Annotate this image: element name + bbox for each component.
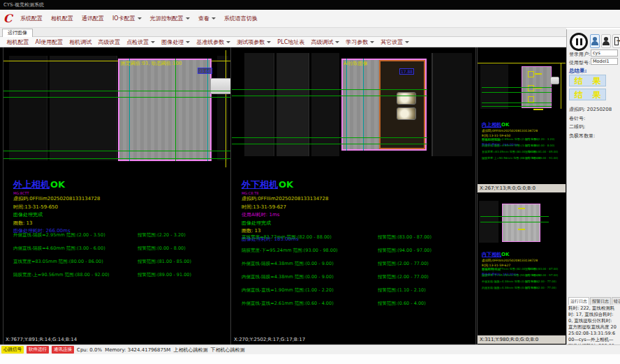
camera-view-inner-top[interactable]: 内上相机OK 虚拟码:0FFIIim20250208133134728 时间:1… bbox=[477, 47, 566, 193]
alarm-range: 报警范围:(0.00 - 8.00) bbox=[525, 144, 554, 147]
clamp-part bbox=[550, 77, 559, 84]
camera-result-ok: OK bbox=[501, 122, 509, 128]
menu-comm-config[interactable]: 通讯配置 bbox=[78, 15, 108, 22]
measure-line-green bbox=[482, 87, 552, 88]
alarm-range: 报警范围:(81.00 - 85.00) bbox=[138, 259, 191, 265]
result-box-1: 结 果 bbox=[569, 75, 606, 86]
menu-io-config[interactable]: IO卡配置 bbox=[108, 15, 146, 22]
measure-line-green bbox=[232, 89, 427, 90]
measure-row: 隔膜宽度-上=90.56mm 范围:(88.00 - 92.00) 报警范围:(… bbox=[482, 156, 541, 160]
camera-info-block: 内下相机OK 虚拟码:0FFIIim20250208133134728 时间:1… bbox=[482, 245, 538, 277]
alarm-range: 报警范围:(94.00 - 97.00) bbox=[378, 248, 431, 254]
neg-tab-count-label: 负极耳数量: bbox=[569, 132, 595, 139]
pixel-status-left: X:7677;Y:891;R:14;G:14;B:14 bbox=[3, 335, 230, 344]
measure-row: 隔膜宽度-下=95.24mm 范围:(93.00 - 98.00) 报警范围:(… bbox=[482, 273, 541, 277]
camera-view-outer-bottom[interactable]: AI拉取图像 17.88 外下相机OK MG:C8:T8 虚拟码:0FFIIim… bbox=[232, 47, 476, 344]
tool-camera-debug[interactable]: 相机调试 bbox=[66, 38, 95, 46]
alarm-range: 报警范围:(0.60 - 4.00) bbox=[378, 301, 426, 307]
camera-view-inner-bottom[interactable]: 内下相机OK 虚拟码:0FFIIim20250208133134728 时间:1… bbox=[477, 194, 566, 344]
tool-other-settings[interactable]: 其它设置 bbox=[378, 38, 413, 46]
user-icon bbox=[591, 35, 599, 47]
measure-marker-value: 17.88 bbox=[399, 68, 414, 75]
detected-feature bbox=[397, 107, 416, 120]
pause-button[interactable] bbox=[570, 33, 588, 51]
account-button[interactable] bbox=[601, 34, 611, 48]
tool-baseline-params[interactable]: 基准线参数 bbox=[193, 38, 234, 46]
measure-row: 直线宽度=83.05mm 范围:(80.00 - 86.00) 报警范围:(81… bbox=[482, 150, 537, 153]
measure-row: 内侧直线-隔膜=4.38mm 范围:(0.00 - 9.00) 报警范围:(2.… bbox=[242, 274, 334, 280]
measure-line-green bbox=[3, 158, 230, 159]
tool-test-params[interactable]: 测试项参数 bbox=[234, 38, 274, 46]
log-tab-strip: 运行日志 报警日志 错误日志 bbox=[568, 297, 620, 305]
camera-info-block: 内上相机OK 虚拟码:0FFIIim20250208133134728 时间:1… bbox=[482, 116, 538, 147]
virtual-code-label: 虚拟码: 20250208 bbox=[569, 106, 612, 113]
camera-view-outer-top[interactable]: 固定阈值:93, 动态阈值:100 23.66 外上相机OK MG:8CTT 虚… bbox=[3, 47, 231, 344]
logout-button[interactable] bbox=[612, 34, 620, 48]
log-tab-run[interactable]: 运行日志 bbox=[568, 297, 589, 305]
toolbar: 相机配置 AI使用配置 相机调试 高级设置 点检设置 图像处理 基准线参数 测试… bbox=[0, 37, 566, 47]
app-logo-icon: C bbox=[1, 12, 14, 25]
tool-image-processing[interactable]: 图像处理 bbox=[158, 38, 193, 46]
tool-spot-check[interactable]: 点检设置 bbox=[124, 38, 158, 46]
tool-plc-address[interactable]: PLC地址表 bbox=[274, 38, 308, 46]
measure-value: 内侧直线-隔膜=4.38mm 范围:(0.00 - 9.00) bbox=[242, 274, 334, 280]
machine-band bbox=[311, 53, 339, 156]
roi-tick-yellow bbox=[518, 208, 525, 209]
software-running-badge: 软件运行 bbox=[27, 346, 49, 354]
measure-line-green bbox=[3, 91, 230, 91]
measure-value: 直线宽度=83.05mm 范围:(80.00 - 86.00) bbox=[13, 259, 103, 264]
machine-band bbox=[244, 53, 274, 156]
menu-view[interactable]: 查看 bbox=[194, 15, 220, 22]
alarm-range: 报警范围:(2.20 - 3.20) bbox=[525, 137, 554, 141]
tool-advanced-settings[interactable]: 高级设置 bbox=[95, 38, 124, 46]
alarm-range: 报警范围:(0.00 - 8.00) bbox=[138, 245, 186, 252]
tool-learn-params[interactable]: 学习参数 bbox=[343, 38, 378, 46]
measure-marker-value: 23.66 bbox=[198, 68, 212, 74]
measure-row: 外侧直线-隔膜=4.38mm 范围:(0.00 - 9.00) 报警范围:(2.… bbox=[242, 261, 334, 267]
workpiece-image bbox=[502, 204, 540, 242]
log-tab-alarm[interactable]: 报警日志 bbox=[590, 297, 611, 305]
status-bar: 心跳信号 软件运行 通讯连接 Cpu: 0.0% Memory: 3424.41… bbox=[0, 344, 620, 354]
login-user-field[interactable]: cys bbox=[591, 50, 618, 56]
roi-box-yellow bbox=[528, 85, 534, 91]
camera-info-block: 外上相机OK MG:8CTT 虚拟码:0FFIIim20250208133134… bbox=[13, 177, 100, 236]
lower-camera-heartbeat: 下相机心跳检测 bbox=[210, 347, 244, 354]
measure-value: 内侧直线-隔膜=4.60mm 范围:(3.00 - 6.00) bbox=[13, 245, 105, 251]
menu-system-config[interactable]: 系统配置 bbox=[16, 15, 47, 22]
log-tab-error[interactable]: 错误日志 bbox=[612, 297, 620, 305]
ai-overlay-label: AI拉取图像 bbox=[344, 60, 368, 67]
alarm-range: 报警范围:(94.00 - 97.00) bbox=[525, 273, 558, 277]
pause-icon bbox=[580, 38, 582, 45]
measure-row: 直线宽度=83.05mm 范围:(80.00 - 86.00) 报警范围:(81… bbox=[13, 259, 103, 265]
model-field[interactable]: Model1 bbox=[591, 58, 618, 65]
tool-ai-config[interactable]: AI使用配置 bbox=[32, 38, 66, 46]
login-user-button[interactable] bbox=[590, 34, 600, 48]
detected-feature bbox=[397, 92, 416, 105]
menu-camera-config[interactable]: 相机配置 bbox=[47, 15, 78, 22]
turn-count-line: 圈数: 13 bbox=[13, 220, 100, 228]
process-done-line: 图像处理完成 bbox=[242, 220, 328, 228]
bottom-spacer bbox=[0, 354, 620, 364]
tool-camera-config[interactable]: 相机配置 bbox=[3, 38, 32, 46]
window-titlebar: CYS-视觉检测系统 bbox=[0, 0, 620, 10]
camera-result-ok: OK bbox=[279, 179, 293, 190]
threshold-overlay-label: 固定阈值:93, 动态阈值:100 bbox=[121, 60, 182, 67]
exit-door-icon bbox=[613, 35, 620, 47]
measure-value: 直线宽度=83.77mm 范围:(82.00 - 88.00) bbox=[242, 234, 332, 240]
memory-usage: Memory: 3424.41796875M bbox=[105, 347, 170, 353]
overlay-line-cyan bbox=[207, 59, 208, 161]
camera-title: 内下相机 bbox=[482, 252, 501, 257]
menu-bar: C 系统配置 相机配置 通讯配置 IO卡配置 光源控制配置 查看 系统语言切换 bbox=[0, 10, 620, 28]
camera-title: 外下相机 bbox=[242, 179, 278, 190]
roi-tick-yellow bbox=[535, 73, 542, 75]
overlay-line-cyan bbox=[129, 59, 130, 161]
menu-light-config[interactable]: 光源控制配置 bbox=[146, 15, 194, 22]
measure-row: 外侧直线-直线=2.61mm 范围:(0.60 - 4.00) 报警范围:(0.… bbox=[242, 301, 334, 307]
menu-language-switch[interactable]: 系统语言切换 bbox=[220, 15, 262, 22]
needle-number-label: 卷针号: bbox=[569, 115, 585, 122]
comm-link-badge: 通讯连接 bbox=[52, 346, 74, 354]
measure-line-green bbox=[482, 103, 552, 103]
clamp-part bbox=[210, 78, 231, 94]
camera-result-ok: OK bbox=[50, 179, 65, 190]
tool-advanced-debug[interactable]: 高级调试 bbox=[308, 38, 343, 46]
